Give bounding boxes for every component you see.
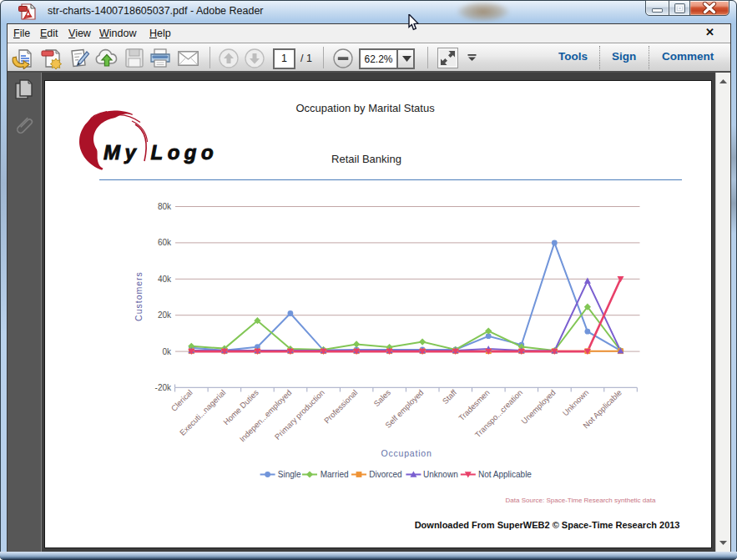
- svg-text:Staff: Staff: [441, 387, 459, 406]
- svg-text:Divorced: Divorced: [369, 470, 401, 479]
- svg-text:0k: 0k: [162, 347, 172, 356]
- svg-text:Data Source: Space-Time Resear: Data Source: Space-Time Research synthet…: [506, 497, 656, 504]
- svg-text:Single: Single: [278, 470, 301, 479]
- svg-text:Tradesmen: Tradesmen: [457, 388, 492, 423]
- svg-text:Professional: Professional: [322, 388, 360, 426]
- svg-text:Married: Married: [321, 470, 349, 479]
- svg-text:-20k: -20k: [155, 383, 172, 392]
- svg-text:Clerical: Clerical: [169, 388, 194, 413]
- svg-text:Customers: Customers: [134, 271, 144, 321]
- svg-text:Unknown: Unknown: [561, 388, 591, 418]
- svg-text:Sales: Sales: [371, 387, 392, 408]
- svg-text:My Logo: My Logo: [103, 141, 218, 164]
- svg-text:80k: 80k: [158, 202, 172, 211]
- svg-text:Unknown: Unknown: [423, 470, 458, 479]
- svg-text:20k: 20k: [158, 310, 172, 320]
- svg-text:Not Applicable: Not Applicable: [478, 470, 532, 479]
- svg-text:Downloaded From SuperWEB2 © Sp: Downloaded From SuperWEB2 © Space-Time R…: [415, 520, 680, 530]
- svg-text:Unemployed: Unemployed: [519, 388, 557, 426]
- svg-text:Occupation: Occupation: [381, 448, 432, 458]
- svg-text:Retail Banking: Retail Banking: [331, 153, 401, 165]
- svg-text:60k: 60k: [158, 238, 172, 247]
- svg-text:Occupation by Marital Status: Occupation by Marital Status: [295, 102, 435, 114]
- svg-text:40k: 40k: [158, 275, 172, 284]
